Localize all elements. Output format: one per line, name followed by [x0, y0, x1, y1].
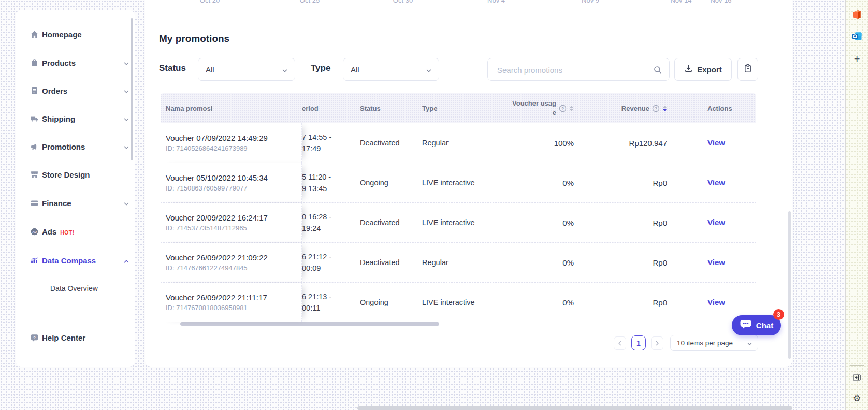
status-filter-dropdown[interactable]: All	[198, 58, 295, 81]
cell-status: Ongoing	[354, 298, 416, 306]
question-circle-icon[interactable]: ?	[559, 105, 567, 112]
sidebar-item-homepage[interactable]: Homepage	[16, 26, 135, 42]
help-bubble-icon: ?	[30, 333, 39, 342]
pagination-page-1[interactable]: 1	[631, 335, 646, 350]
table-header-row: Nama promosi eriod Status Type Voucher u…	[161, 93, 756, 123]
sidebar-item-label: Promotions	[42, 142, 85, 151]
sort-arrows-icon[interactable]	[569, 105, 574, 112]
search-input[interactable]	[496, 58, 648, 81]
cell-status: Deactivated	[354, 258, 416, 267]
chart-axis-tick: Oct 20	[200, 0, 220, 4]
cell-period: 5 11:20 - 9 13:45	[302, 171, 354, 195]
sidebar-item-label: Data Compass	[42, 256, 96, 265]
ad-circle-icon: AD	[30, 227, 39, 236]
view-link[interactable]: View	[707, 138, 725, 147]
sidebar-item-label: AdsHOT!	[42, 227, 74, 236]
export-button[interactable]: Export	[674, 58, 732, 81]
clipboard-icon	[743, 64, 753, 75]
promo-id: ID: 7145377351487112965	[166, 224, 301, 232]
column-header-type: Type	[416, 105, 491, 112]
chevron-down-icon	[123, 60, 129, 66]
sidebar-item-ads[interactable]: AD AdsHOT!	[16, 224, 135, 239]
promo-name: Voucher 20/09/2022 16:24:17	[166, 213, 301, 222]
sidebar-item-promotions[interactable]: Promotions	[16, 139, 135, 154]
gear-icon[interactable]: ⚙	[846, 394, 868, 403]
table-row: Voucher 05/10/2022 10:45:34 ID: 71508637…	[161, 163, 756, 203]
status-filter-label: Status	[159, 63, 186, 74]
cell-type: LIVE interactive	[416, 218, 491, 227]
view-link[interactable]: View	[707, 258, 725, 267]
column-header-period: eriod	[302, 105, 354, 112]
items-per-page-dropdown[interactable]: 10 items per page	[670, 335, 758, 351]
hot-badge: HOT!	[60, 229, 74, 236]
cell-revenue: Rp0	[574, 258, 667, 267]
outlook-icon[interactable]	[846, 31, 868, 41]
chevron-down-icon	[123, 143, 129, 150]
table-row: Voucher 07/09/2022 14:49:29 ID: 71405268…	[161, 123, 756, 163]
sidebar-item-help-center[interactable]: ? Help Center	[16, 330, 135, 345]
sidebar-item-label: Orders	[42, 86, 67, 95]
chevron-down-icon	[123, 115, 129, 122]
cell-period: 6 21:12 - 00:09	[302, 251, 354, 274]
sidebar-item-shipping[interactable]: Shipping	[16, 111, 135, 126]
cell-voucher-usage: 0%	[491, 218, 574, 227]
cell-period: 0 16:28 - 19:24	[302, 211, 354, 235]
cell-period: 7 14:55 - 17:49	[302, 131, 354, 155]
storefront-icon	[30, 170, 39, 179]
type-filter-dropdown[interactable]: All	[343, 58, 439, 81]
cell-voucher-usage: 0%	[491, 179, 574, 187]
promo-name: Voucher 05/10/2022 10:45:34	[166, 173, 301, 182]
column-header-actions: Actions	[667, 105, 756, 112]
column-header-status: Status	[354, 105, 416, 112]
cell-type: Regular	[416, 139, 491, 147]
bag-icon	[30, 58, 39, 67]
sidebar-scrollbar[interactable]	[131, 18, 133, 160]
chat-notification-badge: 3	[773, 309, 784, 320]
copy-button[interactable]	[737, 58, 758, 81]
cell-voucher-usage: 0%	[491, 298, 574, 307]
question-circle-icon[interactable]: ?	[652, 105, 660, 112]
office-icon[interactable]	[846, 10, 868, 19]
bar-chart-icon	[30, 256, 39, 265]
plus-icon[interactable]: +	[846, 54, 868, 64]
sidebar-item-data-compass[interactable]: Data Compass	[16, 253, 135, 268]
chevron-down-icon	[747, 341, 753, 348]
table-row: Voucher 26/09/2022 21:09:22 ID: 71476766…	[161, 243, 756, 283]
svg-text:?: ?	[655, 106, 657, 111]
page-title: My promotions	[159, 33, 229, 45]
items-per-page-value: 10 items per page	[677, 339, 733, 347]
cell-promo-name: Voucher 20/09/2022 16:24:17 ID: 71453773…	[161, 203, 302, 242]
chat-button[interactable]: Chat	[732, 315, 781, 335]
sort-arrows-icon-active-desc[interactable]	[662, 105, 667, 112]
chevron-down-icon	[123, 200, 129, 206]
promo-id: ID: 7147676612274947845	[166, 264, 301, 272]
pagination-next-button[interactable]	[651, 336, 663, 350]
chevron-up-icon	[123, 257, 129, 263]
pagination-prev-button[interactable]	[614, 336, 626, 350]
cell-voucher-usage: 100%	[491, 139, 574, 148]
table-horizontal-scrollbar[interactable]	[180, 322, 439, 326]
page-vertical-scrollbar[interactable]	[788, 211, 791, 359]
chart-axis-tick: Oct 30	[393, 0, 413, 4]
sidebar-item-store-design[interactable]: Store Design	[16, 167, 135, 182]
search-box	[487, 58, 670, 81]
svg-text:AD: AD	[32, 230, 37, 233]
sidebar-item-orders[interactable]: Orders	[16, 83, 135, 98]
sidebar-item-products[interactable]: Products	[16, 55, 135, 70]
cell-promo-name: Voucher 05/10/2022 10:45:34 ID: 71508637…	[161, 163, 302, 202]
view-link[interactable]: View	[707, 178, 725, 187]
revenue-header-label: Revenue	[621, 105, 649, 112]
page-horizontal-scrollbar[interactable]	[357, 406, 792, 410]
sidebar-item-label: Homepage	[42, 30, 82, 39]
sidebar-subitem-data-overview[interactable]: Data Overview	[50, 284, 98, 292]
sidebar-item-label: Shipping	[42, 114, 75, 123]
open-panel-icon[interactable]	[846, 373, 868, 382]
promo-name: Voucher 07/09/2022 14:49:29	[166, 134, 301, 142]
table-row: Voucher 20/09/2022 16:24:17 ID: 71453773…	[161, 203, 756, 243]
view-link[interactable]: View	[707, 298, 725, 306]
sidebar-item-finance[interactable]: Finance	[16, 195, 135, 211]
cell-revenue: Rp120.947	[574, 139, 667, 148]
view-link[interactable]: View	[707, 218, 725, 227]
promotions-table: Nama promosi eriod Status Type Voucher u…	[161, 93, 756, 322]
svg-text:?: ?	[561, 106, 564, 111]
